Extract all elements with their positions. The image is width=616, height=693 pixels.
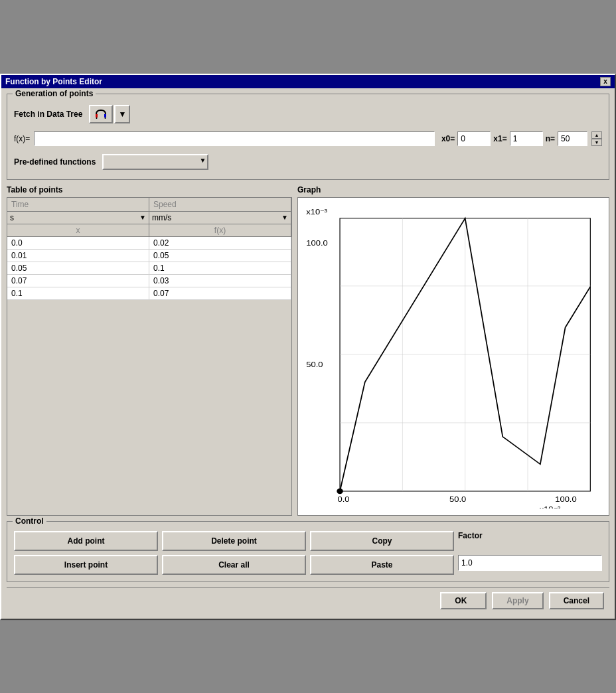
generation-title: Generation of points [13,89,96,98]
factor-label: Factor [458,531,602,540]
col1-header: Time [7,198,149,212]
predef-wrapper [102,154,208,170]
svg-text:x10⁻³: x10⁻³ [540,504,561,508]
paste-button[interactable]: Paste [310,555,454,575]
factor-input[interactable] [458,555,602,571]
table-empty-right [149,300,291,486]
control-section: Control Add point Delete point Copy Fact… [7,521,609,582]
table-cell-fx: 0.03 [149,275,291,287]
table-cell-fx: 0.02 [149,237,291,249]
svg-text:0.0: 0.0 [338,495,350,503]
col1-col-label: x [7,224,149,237]
predef-row: Pre-defined functions [14,154,602,170]
x1-input[interactable] [510,131,543,146]
table-row[interactable]: 0.010.05 [7,250,291,262]
close-button[interactable]: x [600,77,611,86]
table-cell-fx: 0.1 [149,262,291,274]
apply-button[interactable]: Apply [492,592,543,609]
table-container: Time Speed s ▼ mm/s ▼ [7,197,292,516]
fx-row: f(x)= x0= x1= n= ▲ ▼ [14,131,602,146]
table-data: 0.00.020.010.050.050.10.070.030.10.07 [7,237,291,300]
factor-cell: Factor [458,531,602,551]
table-section: Table of points Time Speed s ▼ [7,185,292,516]
svg-text:100.0: 100.0 [306,239,328,248]
n-spinner-up[interactable]: ▲ [591,131,602,139]
fetch-row: Fetch in Data Tree ▼ [14,105,602,123]
clear-all-button[interactable]: Clear all [162,555,306,575]
table-unit-row: s ▼ mm/s ▼ [7,212,291,224]
n-input[interactable] [558,131,587,146]
svg-text:50.0: 50.0 [306,360,323,368]
fetch-dropdown-button[interactable]: ▼ [114,105,130,123]
table-empty-left [7,300,149,486]
graph-container: x10⁻³ 100.0 50.0 0.0 50.0 100.0 x10⁻³ [297,197,609,516]
n-spinner: ▲ ▼ [591,131,602,146]
table-cell-fx: 0.07 [149,287,291,299]
x0-label: x0= [441,134,455,143]
main-area: Table of points Time Speed s ▼ [7,185,609,516]
graph-svg: x10⁻³ 100.0 50.0 0.0 50.0 100.0 x10⁻³ [305,204,602,508]
generation-group: Generation of points Fetch in Data Tree … [7,94,609,180]
n-label: n= [546,134,555,143]
col2-unit-cell[interactable]: mm/s ▼ [149,212,291,224]
table-cell-x: 0.05 [7,262,149,274]
table-cell-x: 0.0 [7,237,149,249]
delete-point-button[interactable]: Delete point [162,531,306,551]
graph-section-title: Graph [297,185,609,194]
col1-unit: s [10,213,14,222]
factor-input-cell [458,555,602,575]
table-header-row: Time Speed [7,198,291,212]
svg-rect-1 [104,114,106,117]
title-bar: Function by Points Editor x [1,75,615,88]
x0-input[interactable] [457,131,491,146]
copy-button[interactable]: Copy [310,531,454,551]
svg-text:100.0: 100.0 [555,495,577,503]
table-col-label-row: x f(x) [7,224,291,237]
svg-point-18 [337,488,343,493]
x1-label: x1= [493,134,506,143]
col1-unit-cell[interactable]: s ▼ [7,212,149,224]
predef-select[interactable] [102,154,208,170]
add-point-button[interactable]: Add point [14,531,158,551]
table-row[interactable]: 0.00.02 [7,237,291,250]
fx-label: f(x)= [14,134,30,143]
param-group: x0= x1= n= ▲ ▼ [441,131,602,146]
svg-rect-0 [96,114,98,117]
table-cell-x: 0.01 [7,250,149,262]
table-cell-x: 0.07 [7,275,149,287]
ok-button[interactable]: OK [440,592,487,609]
svg-text:x10⁻³: x10⁻³ [306,207,327,216]
window-title: Function by Points Editor [5,77,102,86]
fx-input[interactable] [34,131,435,146]
fetch-label: Fetch in Data Tree [14,110,82,119]
fetch-dropdown-arrow: ▼ [118,110,126,119]
control-grid: Add point Delete point Copy Factor Inser… [14,531,602,575]
table-section-title: Table of points [7,185,292,194]
footer: OK Apply Cancel [7,587,609,613]
insert-point-button[interactable]: Insert point [14,555,158,575]
svg-text:50.0: 50.0 [449,495,466,503]
control-title: Control [13,516,46,526]
table-row[interactable]: 0.10.07 [7,287,291,300]
n-spinner-down[interactable]: ▼ [591,139,602,146]
graph-section: Graph x10⁻³ 100.0 50.0 0.0 50.0 100.0 [297,185,609,516]
col2-unit-dropdown[interactable]: ▼ [281,214,288,221]
table-cell-x: 0.1 [7,287,149,299]
col2-col-label: f(x) [149,224,291,237]
col1-unit-dropdown[interactable]: ▼ [139,214,146,221]
fetch-icon [94,108,108,121]
col2-unit: mm/s [152,213,171,222]
col2-header: Speed [149,198,291,212]
fetch-button[interactable] [89,105,113,123]
main-window: Function by Points Editor x Generation o… [0,74,616,620]
table-row[interactable]: 0.050.1 [7,262,291,275]
table-cell-fx: 0.05 [149,250,291,262]
predef-label: Pre-defined functions [14,157,96,167]
cancel-button[interactable]: Cancel [549,592,604,609]
table-row[interactable]: 0.070.03 [7,275,291,287]
